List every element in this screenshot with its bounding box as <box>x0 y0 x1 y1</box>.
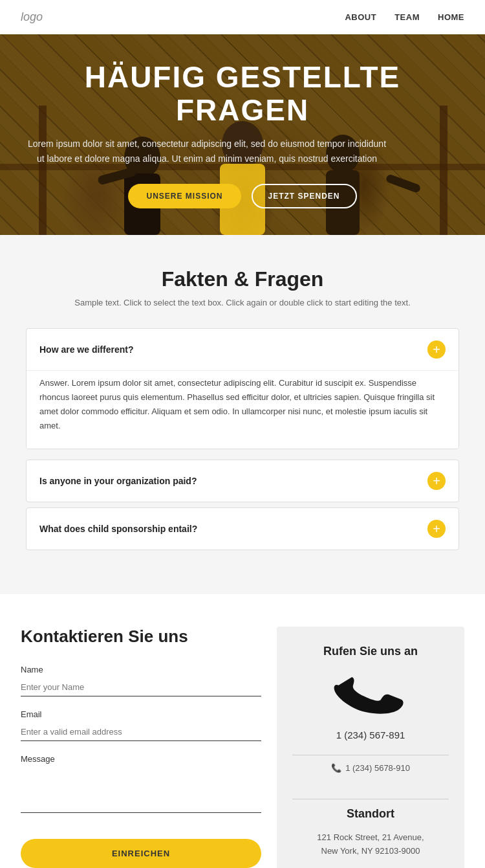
contact-form-col: Kontaktieren Sie uns Name Email Message … <box>21 627 261 868</box>
name-field: Name <box>21 665 261 696</box>
faq-section: Fakten & Fragen Sample text. Click to se… <box>0 235 485 594</box>
hero-section: HÄUFIG GESTELLTE FRAGEN Lorem ipsum dolo… <box>0 34 485 235</box>
faq-item-2: Is anyone in your organization paid? + <box>26 460 459 502</box>
faq-item-1: How are we different? + Answer. Lorem ip… <box>26 328 459 449</box>
name-label: Name <box>21 665 261 674</box>
nav-about[interactable]: ABOUT <box>345 12 376 22</box>
phone-icon-small: 📞 <box>331 763 341 773</box>
faq-toggle-icon-2[interactable]: + <box>427 472 446 490</box>
email-input[interactable] <box>21 723 261 741</box>
name-input[interactable] <box>21 678 261 696</box>
faq-toggle-icon-1[interactable]: + <box>427 340 446 359</box>
nav-team[interactable]: TEAM <box>394 12 420 22</box>
contact-title: Kontaktieren Sie uns <box>21 627 261 647</box>
faq-question-1[interactable]: How are we different? + <box>27 329 458 370</box>
call-title: Rufen Sie uns an <box>323 645 418 658</box>
hero-title: HÄUFIG GESTELLTE FRAGEN <box>26 61 459 126</box>
divider-2 <box>292 799 449 799</box>
mission-button[interactable]: UNSERE MISSION <box>128 184 241 208</box>
navbar: logo ABOUT TEAM HOME <box>0 0 485 34</box>
faq-question-2[interactable]: Is anyone in your organization paid? + <box>27 460 458 502</box>
divider-1 <box>292 755 449 755</box>
phone-main: 1 (234) 567-891 <box>336 729 405 740</box>
faq-heading: Fakten & Fragen <box>26 267 459 291</box>
faq-item-3: What does child sponsorship entail? + <box>26 507 459 550</box>
location-title: Standort <box>292 807 449 821</box>
nav-home[interactable]: HOME <box>438 12 464 22</box>
hero-buttons: UNSERE MISSION JETZT SPENDEN <box>26 184 459 208</box>
logo: logo <box>21 10 43 24</box>
nav-links: ABOUT TEAM HOME <box>345 12 464 22</box>
email-label: Email <box>21 709 261 719</box>
message-label: Message <box>21 754 261 764</box>
message-input[interactable] <box>21 768 261 813</box>
phone-icon-large <box>329 669 413 720</box>
faq-question-text-2: Is anyone in your organization paid? <box>39 476 197 486</box>
phone-secondary: 📞 1 (234) 5678-910 <box>331 763 410 773</box>
faq-question-text-1: How are we different? <box>39 344 133 355</box>
location-address-2: New York, NY 92103-9000 <box>292 845 449 858</box>
faq-subtext: Sample text. Click to select the text bo… <box>26 298 459 307</box>
contact-section: Kontaktieren Sie uns Name Email Message … <box>0 594 485 868</box>
contact-info-col: Rufen Sie uns an 1 (234) 567-891 📞 1 (23… <box>277 627 464 868</box>
location-section: Standort 121 Rock Street, 21 Avenue, New… <box>292 807 449 858</box>
faq-answer-1: Answer. Lorem ipsum dolor sit amet, cons… <box>27 370 458 449</box>
hero-subtitle: Lorem ipsum dolor sit amet, consectetur … <box>26 137 388 166</box>
location-address-1: 121 Rock Street, 21 Avenue, <box>292 831 449 845</box>
hero-content: HÄUFIG GESTELLTE FRAGEN Lorem ipsum dolo… <box>0 61 485 208</box>
email-field: Email <box>21 709 261 741</box>
message-field: Message <box>21 754 261 816</box>
faq-question-3[interactable]: What does child sponsorship entail? + <box>27 508 458 550</box>
donate-button[interactable]: JETZT SPENDEN <box>252 184 357 208</box>
submit-button[interactable]: EINREICHEN <box>21 839 261 868</box>
faq-toggle-icon-3[interactable]: + <box>427 520 446 538</box>
faq-question-text-3: What does child sponsorship entail? <box>39 524 197 534</box>
